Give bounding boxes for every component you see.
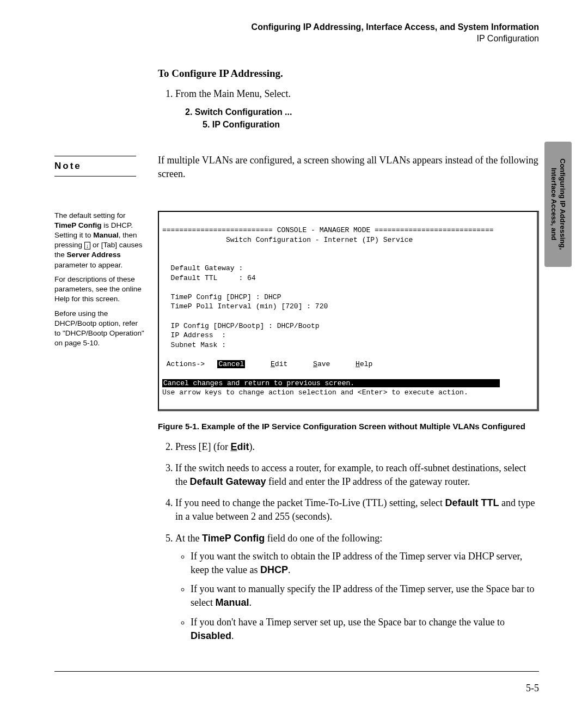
side-tab: Configuring IP Addressing, Interface Acc… <box>544 142 572 267</box>
callout-p2: For descriptions of these parameters, se… <box>54 275 144 305</box>
section-heading: To Configure IP Addressing. <box>158 66 539 81</box>
note-text: If multiple VLANs are configured, a scre… <box>158 154 539 181</box>
menu-path-1: 2. Switch Configuration ... <box>185 106 539 118</box>
menu-path-2: 5. IP Configuration <box>203 119 539 131</box>
down-arrow-key-icon: ↓ <box>84 242 91 249</box>
header-subtitle: IP Configuration <box>54 33 539 45</box>
step-4: If you need to change the packet Time-To… <box>175 496 539 524</box>
callout-p3: Before using the DHCP/Bootp option, refe… <box>54 309 144 349</box>
bullet-manual: If you want to manually specify the IP a… <box>191 582 539 610</box>
step-2: Press [E] (for Edit). <box>175 440 539 454</box>
note-label: Note <box>54 156 136 176</box>
step-1: From the Main Menu, Select. 2. Switch Co… <box>175 87 539 131</box>
callout-p1: The default setting for TimeP Config is … <box>54 211 144 270</box>
bullet-disabled: If you don't have a Timep server set up,… <box>191 616 539 643</box>
side-tab-text: Configuring IP Addressing, Interface Acc… <box>549 159 566 250</box>
header-title: Configuring IP Addressing, Interface Acc… <box>54 22 539 33</box>
page-number: 5-5 <box>54 683 539 694</box>
terminal-action-cancel: Cancel <box>217 360 245 368</box>
terminal-screenshot: ========================== CONSOLE - MAN… <box>158 211 539 412</box>
bullet-dhcp: If you want the switch to obtain the IP … <box>191 550 539 577</box>
callout-block: The default setting for TimeP Config is … <box>54 211 144 349</box>
step-3: If the switch needs to access a router, … <box>175 461 539 489</box>
terminal-status-line: Cancel changes and return to previous sc… <box>162 379 500 387</box>
footer-rule <box>54 671 539 672</box>
page-header: Configuring IP Addressing, Interface Acc… <box>54 22 539 45</box>
step-5: At the TimeP Config field do one of the … <box>175 532 539 643</box>
figure-caption: Figure 5-1. Example of the IP Service Co… <box>158 421 539 432</box>
